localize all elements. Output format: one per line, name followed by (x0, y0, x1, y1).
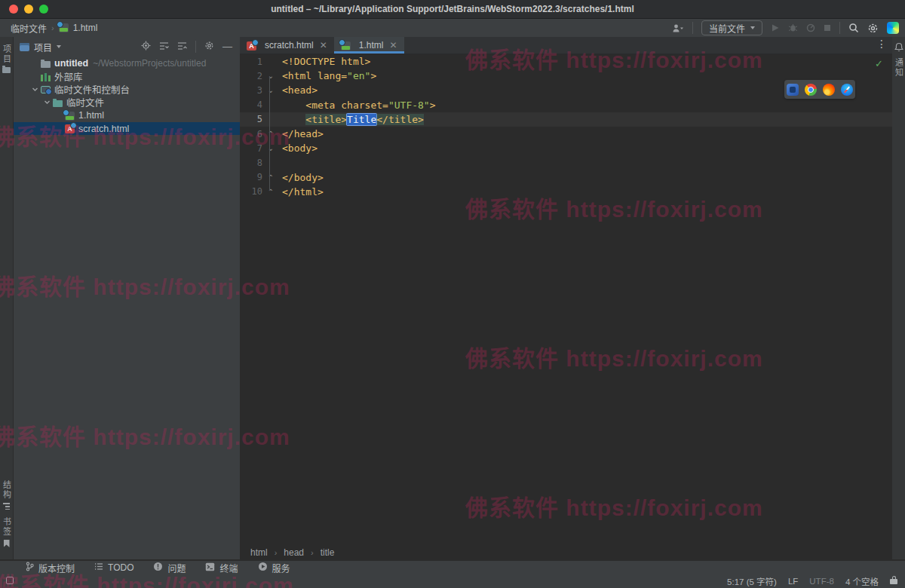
breadcrumb-separator-icon: › (51, 23, 54, 32)
tool-window-button-project[interactable]: 项目 (0, 44, 13, 73)
inspections-ok-check-icon[interactable]: ✓ (875, 58, 883, 69)
builtin-preview-browser-icon[interactable] (787, 84, 799, 96)
line-number: 10 (240, 186, 264, 197)
chevron-down-icon[interactable] (41, 99, 53, 106)
code-text: <body> (278, 142, 318, 154)
project-tool-window: 项目 — untitled~/WebstormProject (14, 37, 241, 559)
editor-options-kebab-icon[interactable]: ⋮ (876, 38, 887, 50)
tool-window-button-services[interactable]: 服务 (258, 562, 290, 574)
fold-start-icon[interactable]: ⌄ (264, 86, 278, 94)
code-line[interactable]: 6⌃</head> (240, 127, 892, 141)
code-text: </body> (278, 172, 324, 183)
code-line[interactable]: 9⌃</body> (240, 170, 892, 185)
profiler-button[interactable] (806, 23, 815, 32)
expand-all-icon[interactable] (159, 41, 169, 53)
fold-end-icon[interactable]: ⌃ (264, 188, 278, 196)
editor-breadcrumb-title[interactable]: title (321, 547, 335, 558)
webstorm-logo-icon (887, 22, 899, 34)
toolbar-divider (839, 22, 840, 34)
hide-panel-icon[interactable]: — (222, 43, 232, 51)
firefox-browser-icon[interactable] (823, 84, 835, 96)
fold-end-icon[interactable]: ⌃ (264, 130, 278, 138)
html-scratch-red-icon (65, 124, 75, 133)
tree-item-label: 临时文件 (66, 95, 104, 109)
tool-window-button-todo[interactable]: TODO (94, 562, 133, 573)
editor-breadcrumbs: html›head›title (240, 546, 892, 559)
editor[interactable]: 1<!DOCTYPE html>2⌄<html lang="en">3⌄<hea… (240, 54, 892, 546)
navigation-bar: 临时文件 › 1.html 当前文件 (0, 19, 905, 38)
line-number: 8 (240, 158, 264, 168)
fold-end-icon[interactable]: ⌃ (264, 173, 278, 182)
fold-start-icon[interactable]: ⌄ (264, 72, 278, 80)
code-line[interactable]: 1<!DOCTYPE html> (240, 54, 892, 69)
settings-gear-icon[interactable] (867, 23, 879, 34)
html-scratch-file-icon (59, 23, 69, 32)
title-bar: untitled – ~/Library/Application Support… (0, 0, 905, 19)
fold-start-icon[interactable]: ⌄ (264, 144, 278, 152)
editor-breadcrumb-head[interactable]: head (284, 547, 304, 558)
structure-stripe-label: 结构 (1, 480, 13, 500)
tree-item-external-libraries[interactable]: 外部库 (14, 69, 240, 82)
debug-button[interactable] (788, 23, 798, 32)
stop-button[interactable] (824, 24, 831, 32)
code-token: > (430, 100, 436, 111)
libraries-icon (41, 73, 51, 81)
breadcrumb-file[interactable]: 1.html (73, 23, 98, 33)
close-icon[interactable]: ✕ (320, 41, 327, 50)
unlock-icon[interactable] (890, 579, 897, 584)
code-line[interactable]: 5 <title>Title</title> (240, 112, 892, 127)
chevron-down-icon[interactable] (57, 45, 61, 48)
tool-window-button-structure[interactable]: 结构 (0, 480, 13, 510)
tool-window-button-problems[interactable]: 问题 (153, 562, 186, 574)
project-tree: untitled~/WebstormProjects/untitled外部库临时… (14, 57, 240, 135)
tool-window-button-bookmarks[interactable]: 书签 (0, 517, 13, 547)
tab-label: scratch.html (265, 40, 314, 51)
tool-window-button-version-control[interactable]: 版本控制 (26, 562, 75, 574)
tree-item-label: scratch.html (78, 124, 129, 134)
tool-window-button-terminal[interactable]: 终端 (205, 562, 238, 574)
tab-label: 1.html (359, 40, 384, 51)
tree-item-file-scratch-html[interactable]: scratch.html (14, 122, 240, 135)
status-encoding[interactable]: UTF-8 (809, 577, 834, 586)
left-tool-window-stripe: 项目 结构 书签 (0, 37, 14, 559)
editor-tab-scratch-html[interactable]: scratch.html✕ (240, 37, 334, 54)
safari-browser-icon[interactable] (841, 84, 853, 96)
status-caret-position[interactable]: 5:17 (5 字符) (727, 575, 777, 587)
tree-item-scratches-and-consoles[interactable]: 临时文件和控制台 (14, 83, 240, 96)
code-line[interactable]: 4 <meta charset="UTF-8"> (240, 98, 892, 112)
tree-item-scratches-dir[interactable]: 临时文件 (14, 96, 240, 109)
collapse-all-icon[interactable] (177, 41, 187, 53)
close-icon[interactable]: ✕ (389, 41, 397, 50)
tool-window-button-label: 版本控制 (38, 562, 75, 574)
branch-icon (26, 562, 34, 574)
chevron-down-icon (750, 26, 755, 29)
tree-item-untitled-root[interactable]: untitled~/WebstormProjects/untitled (14, 57, 240, 69)
code-token: Title (347, 114, 376, 125)
breadcrumb-parent[interactable]: 临时文件 (11, 22, 47, 35)
editor-tab-1-html[interactable]: 1.html✕ (334, 37, 404, 54)
chevron-down-icon[interactable] (29, 86, 41, 93)
right-tool-window-stripe: 通知 (891, 37, 905, 559)
line-number: 2 (240, 71, 264, 81)
browser-preview-toolbar (784, 80, 855, 99)
status-line-separator[interactable]: LF (788, 577, 798, 586)
panel-settings-gear-icon[interactable] (204, 41, 214, 53)
code-with-me-users-icon[interactable] (672, 23, 684, 33)
tool-window-stripes-toggle-icon[interactable] (6, 577, 14, 584)
run-button[interactable] (771, 23, 780, 32)
tool-window-button-notifications[interactable]: 通知 (892, 41, 905, 78)
code-line[interactable]: 8 (240, 155, 892, 170)
chrome-browser-icon[interactable] (805, 84, 817, 96)
status-indent[interactable]: 4 个空格 (845, 575, 879, 587)
tree-item-file-1-html[interactable]: 1.html (14, 109, 240, 122)
code-line[interactable]: 10⌃</html> (240, 185, 892, 199)
search-everywhere-icon[interactable] (848, 23, 859, 33)
project-panel-title[interactable]: 项目 (34, 41, 52, 54)
line-number: 9 (240, 172, 264, 182)
line-number: 3 (240, 85, 264, 96)
line-number: 7 (240, 143, 264, 154)
locate-file-icon[interactable] (141, 41, 151, 53)
run-configuration-select[interactable]: 当前文件 (701, 20, 762, 35)
code-line[interactable]: 7⌄<body> (240, 141, 892, 155)
editor-breadcrumb-html[interactable]: html (250, 547, 268, 558)
